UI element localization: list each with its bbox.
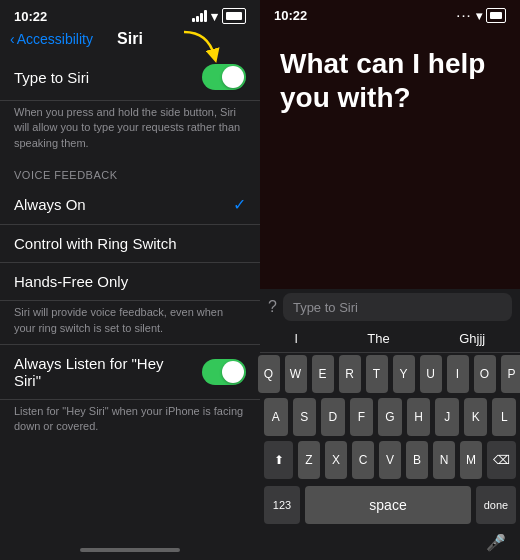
- key-W[interactable]: W: [285, 355, 307, 393]
- key-row-3: ⬆ Z X C V B N M ⌫: [264, 441, 516, 479]
- key-U[interactable]: U: [420, 355, 442, 393]
- key-Z[interactable]: Z: [298, 441, 320, 479]
- ring-switch-label: Control with Ring Switch: [14, 235, 177, 252]
- voice-feedback-header: VOICE FEEDBACK: [0, 159, 260, 185]
- key-V[interactable]: V: [379, 441, 401, 479]
- space-key[interactable]: space: [305, 486, 471, 524]
- mic-area: 🎤: [260, 528, 520, 556]
- question-mark-icon: ?: [268, 298, 277, 316]
- type-to-siri-label: Type to Siri: [14, 69, 89, 86]
- key-T[interactable]: T: [366, 355, 388, 393]
- key-S[interactable]: S: [293, 398, 317, 436]
- key-C[interactable]: C: [352, 441, 374, 479]
- shift-key[interactable]: ⬆: [264, 441, 293, 479]
- key-F[interactable]: F: [350, 398, 374, 436]
- key-123[interactable]: 123: [264, 486, 300, 524]
- keyboard-rows: Q W E R T Y U I O P A S D F G H J K: [260, 353, 520, 486]
- type-input-row: ? Type to Siri: [260, 289, 520, 325]
- predictive-bar: l The Ghjjj: [260, 325, 520, 353]
- predictive-word-1[interactable]: l: [287, 329, 306, 348]
- prompt-line1: What can I help: [280, 48, 485, 79]
- hands-free-option[interactable]: Hands-Free Only: [0, 263, 260, 301]
- checkmark-icon: ✓: [233, 195, 246, 214]
- signal-icon: [192, 10, 207, 22]
- type-to-siri-desc: When you press and hold the side button,…: [0, 101, 260, 159]
- type-to-siri-toggle[interactable]: [202, 64, 246, 90]
- back-button[interactable]: ‹ Accessibility: [10, 31, 93, 47]
- nav-bar-left: ‹ Accessibility Siri: [0, 28, 260, 54]
- key-N[interactable]: N: [433, 441, 455, 479]
- status-icons-right: ··· ▾: [457, 8, 506, 23]
- right-panel: 10:22 ··· ▾ What can I help you with? ? …: [260, 0, 520, 560]
- key-I[interactable]: I: [447, 355, 469, 393]
- status-bar-left: 10:22 ▾: [0, 0, 260, 28]
- battery-icon-right: [486, 8, 506, 23]
- home-indicator-left: [0, 540, 260, 560]
- home-bar-left: [80, 548, 180, 552]
- back-label: Accessibility: [17, 31, 93, 47]
- always-on-option[interactable]: Always On ✓: [0, 185, 260, 225]
- always-on-label: Always On: [14, 196, 86, 213]
- key-row-1: Q W E R T Y U I O P: [264, 355, 516, 393]
- key-Q[interactable]: Q: [258, 355, 280, 393]
- key-E[interactable]: E: [312, 355, 334, 393]
- nav-title: Siri: [117, 30, 143, 48]
- key-row-2: A S D F G H J K L: [264, 398, 516, 436]
- wifi-icon-right: ▾: [476, 9, 482, 23]
- key-D[interactable]: D: [321, 398, 345, 436]
- key-O[interactable]: O: [474, 355, 496, 393]
- hands-free-label: Hands-Free Only: [14, 273, 128, 290]
- mic-icon[interactable]: 🎤: [486, 533, 506, 552]
- toggle-knob: [222, 66, 244, 88]
- key-K[interactable]: K: [464, 398, 488, 436]
- backspace-key[interactable]: ⌫: [487, 441, 516, 479]
- time-right: 10:22: [274, 8, 307, 23]
- dots-icon: ···: [457, 10, 472, 22]
- key-R[interactable]: R: [339, 355, 361, 393]
- left-panel: 10:22 ▾ ‹ Accessibility Siri: [0, 0, 260, 560]
- key-G[interactable]: G: [378, 398, 402, 436]
- ring-switch-option[interactable]: Control with Ring Switch: [0, 225, 260, 263]
- key-H[interactable]: H: [407, 398, 431, 436]
- key-B[interactable]: B: [406, 441, 428, 479]
- key-L[interactable]: L: [492, 398, 516, 436]
- siri-text-input[interactable]: Type to Siri: [283, 293, 512, 321]
- always-listen-label: Always Listen for "Hey Siri": [14, 355, 194, 389]
- key-P[interactable]: P: [501, 355, 521, 393]
- status-bar-right: 10:22 ··· ▾: [260, 0, 520, 27]
- chevron-left-icon: ‹: [10, 31, 15, 47]
- key-X[interactable]: X: [325, 441, 347, 479]
- always-listen-row[interactable]: Always Listen for "Hey Siri": [0, 344, 260, 400]
- siri-prompt-text: What can I help you with?: [280, 47, 485, 114]
- predictive-word-3[interactable]: Ghjjj: [451, 329, 493, 348]
- predictive-word-2[interactable]: The: [359, 329, 397, 348]
- done-key[interactable]: done: [476, 486, 516, 524]
- always-listen-desc: Listen for "Hey Siri" when your iPhone i…: [0, 400, 260, 443]
- hands-free-desc: Siri will provide voice feedback, even w…: [0, 301, 260, 344]
- time-left: 10:22: [14, 9, 47, 24]
- settings-list: Type to Siri When you press and hold the…: [0, 54, 260, 540]
- siri-prompt: What can I help you with?: [260, 27, 520, 289]
- key-J[interactable]: J: [435, 398, 459, 436]
- bottom-row: 123 space done: [260, 486, 520, 524]
- prompt-line2: you with?: [280, 82, 411, 113]
- always-listen-toggle[interactable]: [202, 359, 246, 385]
- key-A[interactable]: A: [264, 398, 288, 436]
- arrow-annotation: [170, 28, 230, 68]
- battery-icon: [222, 8, 246, 24]
- key-Y[interactable]: Y: [393, 355, 415, 393]
- input-placeholder: Type to Siri: [293, 300, 358, 315]
- toggle-knob-2: [222, 361, 244, 383]
- keyboard-area: ? Type to Siri l The Ghjjj Q W E R T Y U…: [260, 289, 520, 560]
- key-M[interactable]: M: [460, 441, 482, 479]
- wifi-icon: ▾: [211, 9, 218, 24]
- status-icons-left: ▾: [192, 8, 246, 24]
